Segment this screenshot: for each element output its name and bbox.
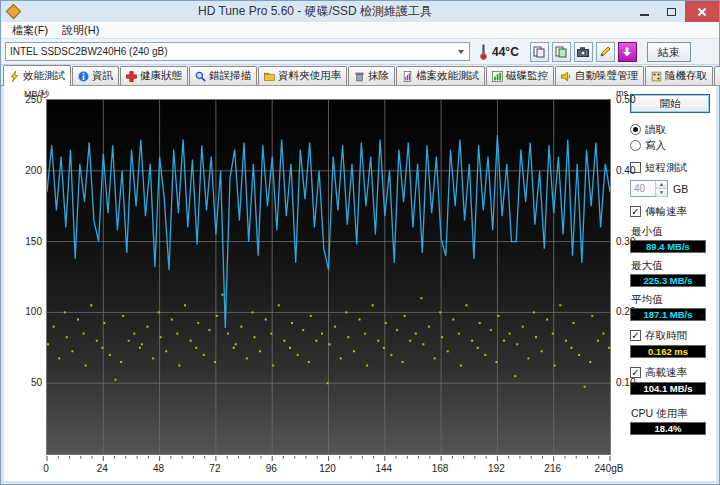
tab-bar: 效能測試 資訊 健康狀態 錯誤掃描 資料夾使用率 抹除 檔案效能測試 磁碟監控 [1,65,719,86]
save-results-button[interactable] [596,42,615,62]
capacity-unit-label: GB [673,183,688,195]
capacity-input[interactable] [631,181,655,196]
drive-selector[interactable]: INTEL SSDSC2BW240H6 (240 gB) [5,42,470,61]
copy-text-icon [533,46,545,58]
speaker-icon [561,71,572,82]
tab-folder-usage[interactable]: 資料夾使用率 [258,66,347,85]
transfer-rate-checkbox[interactable]: ✓ 傳輸速率 [630,205,710,218]
tab-file-benchmark[interactable]: 檔案效能測試 [396,66,485,85]
tab-aam[interactable]: 自動噪聲管理 [555,66,644,85]
radio-icon [630,140,641,151]
copy-image-button[interactable] [552,42,571,62]
max-label: 最大值 [631,259,710,273]
access-time-checkbox[interactable]: ✓ 存取時間 [630,329,710,342]
tab-label: 檔案效能測試 [416,69,479,83]
tab-label: 錯誤掃描 [209,69,251,83]
arrow-up-icon: ▲ [656,181,667,189]
close-icon [697,7,707,17]
max-value: 225.3 MB/s [630,274,706,287]
tab-label: 磁碟監控 [506,69,548,83]
start-button[interactable]: 開始 [630,94,710,113]
burst-rate-label: 高載速率 [645,366,687,380]
maximize-icon [667,8,676,16]
burst-rate-checkbox[interactable]: ✓ 高載速率 [630,366,710,379]
chevron-down-icon [454,44,467,59]
main-content: MB/秒 ms 25020015010050 0.500.400.300.200… [1,86,719,484]
avg-value: 187.1 MB/s [630,308,706,321]
x-axis-labels: 024487296120144168192216240gB [4,463,720,475]
file-chart-icon [402,71,413,82]
cpu-value: 18.4% [630,422,706,435]
arrow-down-icon: ▼ [656,189,667,197]
info-icon [78,71,89,82]
tab-performance-test[interactable]: 效能測試 [3,65,71,86]
checkbox-checked-icon: ✓ [630,330,641,341]
window-title: HD Tune Pro 5.60 - 硬碟/SSD 檢測維護工具 [1,3,629,20]
maximize-button[interactable] [658,1,685,22]
short-stroke-checkbox[interactable]: 短程測試 [630,161,710,174]
tab-random-access[interactable]: 隨機存取 [645,66,713,85]
copy-text-button[interactable] [530,42,549,62]
close-button[interactable] [685,1,719,22]
write-radio[interactable]: 寫入 [630,139,710,152]
benchmark-chart: MB/秒 ms 25020015010050 0.500.400.300.200… [4,86,628,481]
x-axis-ticks [46,456,612,462]
trash-icon [354,71,365,82]
monitor-chart-icon [492,71,503,82]
hd-tune-window: HD Tune Pro 5.60 - 硬碟/SSD 檢測維護工具 檔案(F) 說… [0,0,720,485]
update-arrow-icon [621,46,633,58]
access-time-label: 存取時間 [645,329,687,343]
checkbox-checked-icon: ✓ [630,206,641,217]
tab-label: 健康狀態 [140,69,182,83]
exit-button[interactable]: 結束 [647,42,691,62]
read-radio-label: 讀取 [645,123,666,137]
stepper-arrows[interactable]: ▲▼ [655,181,667,196]
temperature-value: 44°C [492,45,519,59]
lightning-icon [9,71,20,82]
transfer-rate-label: 傳輸速率 [645,205,687,219]
tab-label: 資料夾使用率 [278,69,341,83]
capacity-stepper[interactable]: ▲▼ [630,180,668,197]
cpu-label: CPU 使用率 [631,407,710,421]
tab-health[interactable]: 健康狀態 [120,66,188,85]
read-radio[interactable]: 讀取 [630,123,710,136]
min-value: 89.4 MB/s [630,240,706,253]
screenshot-button[interactable] [574,42,593,62]
folder-icon [264,71,275,82]
benchmark-plot [46,99,611,455]
dice-icon [651,71,662,82]
update-check-button[interactable] [618,42,637,62]
title-bar: HD Tune Pro 5.60 - 硬碟/SSD 檢測維護工具 [1,1,719,22]
minimize-icon [640,14,649,16]
menu-file[interactable]: 檔案(F) [5,22,55,39]
write-radio-label: 寫入 [645,139,666,153]
menu-help[interactable]: 說明(H) [55,22,106,39]
tab-label: 隨機存取 [665,69,707,83]
tab-disk-monitor[interactable]: 磁碟監控 [486,66,554,85]
tab-label: 資訊 [92,69,113,83]
camera-icon [577,46,589,58]
short-stroke-label: 短程測試 [645,161,687,175]
tab-extra-tests[interactable]: 額外測試 [714,66,720,85]
tab-label: 抹除 [368,69,389,83]
copy-image-icon [555,46,567,58]
toolbar: INTEL SSDSC2BW240H6 (240 gB) 44°C 結束 [1,39,719,65]
thermometer-icon [480,44,488,60]
tab-label: 效能測試 [23,69,65,83]
menu-bar: 檔案(F) 說明(H) [1,22,719,39]
tab-info[interactable]: 資訊 [72,66,119,85]
radio-selected-icon [630,124,641,135]
burst-rate-value: 104.1 MB/s [630,382,706,395]
tab-error-scan[interactable]: 錯誤掃描 [189,66,257,85]
tab-erase[interactable]: 抹除 [348,66,395,85]
magnifier-icon [195,71,206,82]
control-panel: 開始 讀取 寫入 短程測試 ▲▼ GB [628,86,716,481]
minimize-button[interactable] [631,1,658,22]
tab-label: 自動噪聲管理 [575,69,638,83]
save-results-icon [599,46,611,58]
drive-selector-value: INTEL SSDSC2BW240H6 (240 gB) [10,46,454,57]
health-cross-icon [126,71,137,82]
min-label: 最小值 [631,225,710,239]
access-time-value: 0.162 ms [630,345,706,358]
avg-label: 平均值 [631,293,710,307]
